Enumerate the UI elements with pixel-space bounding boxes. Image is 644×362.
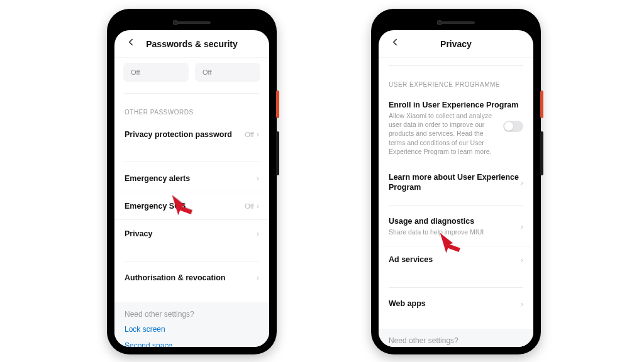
row-label: Authorisation & revocation (125, 273, 257, 282)
back-button[interactable] (384, 30, 406, 57)
back-button[interactable] (119, 30, 142, 57)
row-label: Emergency alerts (125, 174, 257, 183)
chevron-right-icon: › (257, 173, 259, 183)
arrow-left-icon (125, 36, 136, 51)
footer-link-lock-screen[interactable]: Lock screen (125, 325, 259, 334)
header: Passwords & security (114, 30, 269, 58)
footer-question: Need other settings? (389, 336, 523, 345)
chevron-right-icon: › (521, 255, 523, 265)
row-value: Off (245, 202, 253, 210)
chevron-right-icon: › (521, 222, 523, 231)
footer-link-second-space[interactable]: Second space (125, 341, 259, 347)
chevron-right-icon: › (257, 229, 259, 238)
page-title: Passwords & security (146, 39, 238, 49)
arrow-left-icon (389, 36, 401, 51)
row-ad-services[interactable]: Ad services › (379, 246, 533, 273)
row-web-apps[interactable]: Web apps › (379, 290, 533, 317)
toggle-enroll-uep[interactable] (503, 121, 523, 132)
row-privacy-protection-password[interactable]: Privacy protection password Off › (114, 121, 269, 148)
row-emergency-alerts[interactable]: Emergency alerts › (114, 165, 269, 192)
screen-right: Privacy USER EXPERIENCE PROGRAMME Enroll… (379, 30, 533, 347)
row-label: Learn more about User Experience Program (389, 172, 521, 193)
section-header-user-experience: USER EXPERIENCE PROGRAMME (379, 69, 533, 93)
footer-question: Need other settings? (125, 310, 259, 319)
row-label: Ad services (389, 255, 521, 264)
row-label: Emergency SOS (125, 202, 245, 211)
row-label: Privacy protection password (125, 130, 245, 139)
page-title: Privacy (440, 39, 472, 49)
footer: Need other settings? Lock screen Second … (114, 302, 269, 347)
phone-right: Privacy USER EXPERIENCE PROGRAMME Enroll… (371, 9, 541, 354)
chevron-right-icon: › (257, 273, 259, 282)
status-cards: Off Off (114, 58, 269, 90)
row-subtitle: Share data to help improve MIUI (389, 228, 521, 236)
section-header-other-passwords: OTHER PASSWORDS (114, 96, 269, 121)
row-usage-diagnostics[interactable]: Usage and diagnostics Share data to help… (379, 208, 533, 245)
row-label: Enroll in User Experience Program (389, 101, 523, 109)
status-card[interactable]: Off (123, 63, 189, 82)
chevron-right-icon: › (257, 201, 259, 211)
row-label: Privacy (125, 229, 257, 238)
header: Privacy (379, 30, 533, 58)
row-label: Usage and diagnostics (389, 217, 521, 226)
row-description: Allow Xiaomi to collect and analyze user… (389, 111, 523, 156)
footer: Need other settings? Find device (379, 329, 533, 347)
row-learn-more-uep[interactable]: Learn more about User Experience Program… (379, 163, 533, 202)
row-enroll-uep[interactable]: Enroll in User Experience Program Allow … (379, 93, 533, 160)
chevron-right-icon: › (257, 129, 259, 139)
phone-left: Passwords & security Off Off OTHER PASSW… (107, 9, 277, 354)
row-emergency-sos[interactable]: Emergency SOS Off › (114, 192, 269, 219)
chevron-right-icon: › (521, 178, 523, 187)
screen-left: Passwords & security Off Off OTHER PASSW… (114, 30, 269, 347)
row-value: Off (245, 131, 253, 138)
chevron-right-icon: › (521, 299, 523, 309)
row-authorisation-revocation[interactable]: Authorisation & revocation › (114, 264, 269, 291)
status-card[interactable]: Off (195, 63, 260, 82)
row-label: Web apps (389, 299, 521, 308)
row-privacy[interactable]: Privacy › (114, 219, 269, 247)
